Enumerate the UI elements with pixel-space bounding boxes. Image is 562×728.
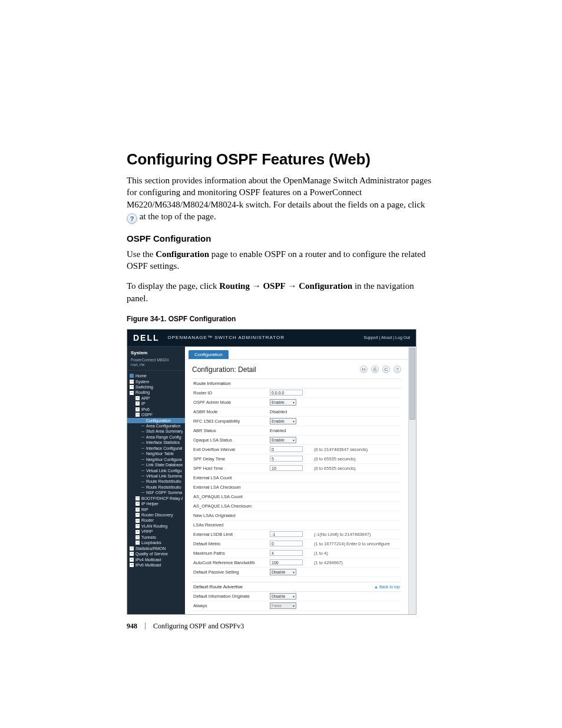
form-row: LSAs Received xyxy=(192,521,401,530)
nav-system-label[interactable]: System xyxy=(127,349,185,358)
field-label: AS_OPAQUE LSA Count xyxy=(192,494,270,499)
nav-item-router-discovery[interactable]: Router Discovery xyxy=(127,512,185,518)
nav-item-route-redist1[interactable]: Route Redistributio xyxy=(127,479,185,484)
nav-tree[interactable]: System PowerConnect M8024 root, r/w Home… xyxy=(127,347,185,614)
form-row: AutoCost Reference Bandwidth100(1 to 429… xyxy=(192,558,401,568)
footer-title: Configuring OSPF and OSPFv3 xyxy=(153,622,244,630)
text-input[interactable]: 4 xyxy=(270,550,303,556)
dropdown[interactable]: Disable▾ xyxy=(270,569,296,575)
nav-item-stats-rmon[interactable]: Statistics/RMON xyxy=(127,546,185,551)
form-row: External LSDB Limit-1(-1(No Limit) to 21… xyxy=(192,530,401,539)
back-to-top-link[interactable]: ▲ Back to top xyxy=(374,585,400,589)
field-label: AS_OPAQUE LSA Checksum xyxy=(192,503,270,509)
section-route-info: Route Information xyxy=(192,378,401,388)
text-input[interactable]: 0.0.0.0 xyxy=(270,390,303,396)
nav-item-neighbor-config[interactable]: Neighbor Configura xyxy=(127,457,185,462)
form-row: External LSA Count xyxy=(192,473,401,483)
nav-item-bootp[interactable]: BOOTP/DHCP Relay Age xyxy=(127,496,185,501)
field-label: Opaque LSA Status xyxy=(192,437,270,443)
mock-header: DELL OPENMANAGE™ SWITCH ADMINISTRATOR Su… xyxy=(127,330,416,347)
form-row: SPF Delay Time5(0 to 65535 seconds) xyxy=(192,454,401,464)
nav-item-intf-stats[interactable]: Interface Statistics xyxy=(127,440,185,445)
nav-item-ipv6-multicast[interactable]: IPv6 Multicast xyxy=(127,562,185,568)
form-row: ABR StatusEnabled xyxy=(192,426,401,436)
form-row: AlwaysFalse▾ xyxy=(192,601,401,611)
mock-main: Configuration Configuration: Detail H ⎙ … xyxy=(185,347,408,614)
arrow2: → xyxy=(288,281,297,291)
scroll-thumb[interactable] xyxy=(409,348,415,420)
text-input[interactable]: 10 xyxy=(270,465,303,471)
p3c: OSPF xyxy=(263,281,285,291)
scrollbar[interactable] xyxy=(408,347,416,614)
chevron-down-icon: ▾ xyxy=(293,570,295,574)
print-icon[interactable]: ⎙ xyxy=(371,365,379,373)
nav-item-home[interactable]: Home xyxy=(127,373,185,378)
page-footer: 948 Configuring OSPF and OSPFv3 xyxy=(127,622,244,631)
nav-item-neighbor-table[interactable]: Neighbor Table xyxy=(127,451,185,456)
section-default-route: Default Route Advertise ▲ Back to top xyxy=(192,582,401,592)
nav-item-vlink-summary[interactable]: Virtual Link Summa xyxy=(127,473,185,479)
content-title: Configuration: Detail xyxy=(192,365,256,374)
form-row: External LSA Checksum xyxy=(192,483,401,492)
nav-item-stub-area[interactable]: Stub Area Summary xyxy=(127,429,185,434)
form-row: Exit Overflow Interval0(0 to 2147483647 … xyxy=(192,445,401,454)
nav-item-router[interactable]: Router xyxy=(127,518,185,523)
tab-configuration[interactable]: Configuration xyxy=(189,350,229,359)
dropdown[interactable]: Disable▾ xyxy=(270,593,296,599)
nav-item-vlan-routing[interactable]: VLAN Routing xyxy=(127,523,185,529)
nav-item-ip-helper[interactable]: IP Helper xyxy=(127,501,185,506)
field-label: Exit Overflow Interval xyxy=(192,447,270,452)
form-row: ASBR ModeDisabled xyxy=(192,407,401,417)
text-input[interactable]: 0 xyxy=(270,541,303,546)
form-row: Maximum Paths4(1 to 4) xyxy=(192,549,401,558)
nav-item-area-range[interactable]: Area Range Config xyxy=(127,434,185,440)
nav-item-vrrp[interactable]: VRRP xyxy=(127,529,185,534)
p2a: Use the xyxy=(127,249,156,259)
chevron-down-icon: ▾ xyxy=(293,604,295,608)
nav-item-rip[interactable]: RIP xyxy=(127,507,185,512)
nav-item-intf-config[interactable]: Interface Configurat xyxy=(127,446,185,451)
field-label: RFC 1583 Compatibility xyxy=(192,419,270,424)
save-icon[interactable]: H xyxy=(360,365,368,373)
nav-item-switching[interactable]: Switching xyxy=(127,384,185,390)
nav-item-ospf[interactable]: OSPF xyxy=(127,412,185,417)
nav-item-vlink-config[interactable]: Virtual Link Configu xyxy=(127,468,185,473)
nav-item-qos[interactable]: Quality of Service xyxy=(127,551,185,556)
nav-item-loopbacks[interactable]: Loopbacks xyxy=(127,540,185,545)
p3d: Configuration xyxy=(299,281,352,291)
help-icon[interactable]: ? xyxy=(394,365,401,373)
field-label: Maximum Paths xyxy=(192,551,270,556)
nav-item-ipv4-multicast[interactable]: IPv4 Multicast xyxy=(127,557,185,562)
text-input[interactable]: -1 xyxy=(270,531,303,537)
static-value: Disabled xyxy=(270,409,314,414)
nav-item-configuration[interactable]: Configuration xyxy=(127,418,185,423)
nav-item-area-config[interactable]: Area Configuration xyxy=(127,423,185,429)
chevron-down-icon: ▾ xyxy=(293,400,295,404)
chevron-down-icon: ▾ xyxy=(293,438,295,442)
figure-caption: Figure 34-1. OSPF Configuration xyxy=(127,315,435,323)
text-input[interactable]: 100 xyxy=(270,559,303,565)
nav-item-ipv6[interactable]: IPv6 xyxy=(127,407,185,412)
nav-item-link-state[interactable]: Link State Database xyxy=(127,462,185,467)
text-input[interactable]: 0 xyxy=(270,446,303,452)
nav-item-system[interactable]: System xyxy=(127,379,185,384)
dropdown[interactable]: Enable▾ xyxy=(270,399,296,406)
p3a: To display the page, click xyxy=(127,281,219,291)
para-2: Use the Configuration page to enable OSP… xyxy=(127,248,435,272)
header-links[interactable]: Support | About | Log Out xyxy=(363,335,410,340)
field-hint: (-1(No Limit) to 2147483647) xyxy=(314,532,401,537)
page-heading: Configuring OSPF Features (Web) xyxy=(127,150,435,169)
field-label: OSPF Admin Mode xyxy=(192,400,270,405)
nav-item-ip[interactable]: IP xyxy=(127,401,185,406)
dropdown[interactable]: Enable▾ xyxy=(270,418,296,424)
nav-item-tunnels[interactable]: Tunnels xyxy=(127,535,185,540)
nav-item-arp[interactable]: ARP xyxy=(127,396,185,401)
form-row: Router ID0.0.0.0 xyxy=(192,388,401,398)
text-input[interactable]: 5 xyxy=(270,456,303,462)
nav-item-routing[interactable]: Routing xyxy=(127,390,185,395)
refresh-icon[interactable]: C xyxy=(382,365,390,373)
screenshot-figure: DELL OPENMANAGE™ SWITCH ADMINISTRATOR Su… xyxy=(127,329,416,615)
dropdown[interactable]: Enable▾ xyxy=(270,437,296,443)
nav-item-nsf-ospf[interactable]: NSF OSPF Summa xyxy=(127,490,185,495)
nav-item-route-redist2[interactable]: Route Redistributio xyxy=(127,485,185,490)
